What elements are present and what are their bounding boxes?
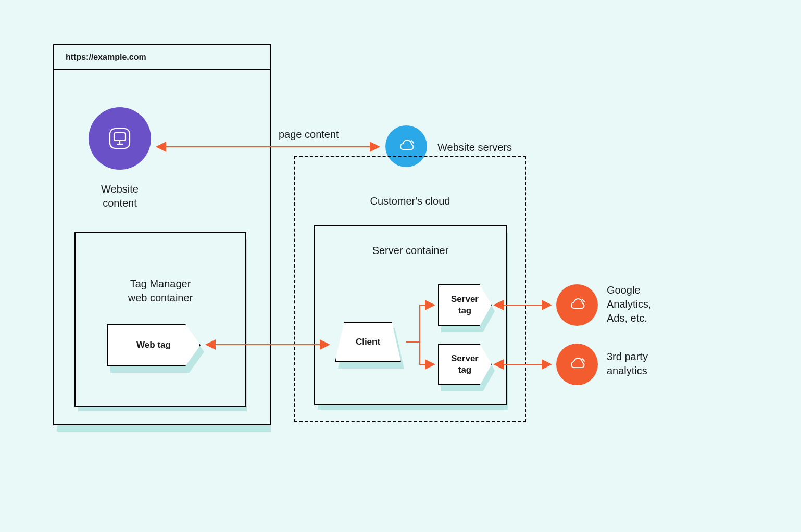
client-node: Client [335, 322, 401, 362]
client-label: Client [356, 337, 380, 347]
browser-url-bar: https://example.com [54, 45, 270, 70]
ga-label: Google Analytics, Ads, etc. [607, 283, 652, 325]
tag-manager-label: Tag Manager web container [74, 277, 246, 305]
server-container-label: Server container [314, 244, 507, 258]
ga-node [556, 284, 598, 326]
cloud-icon [567, 295, 587, 315]
website-servers-label: Website servers [437, 141, 512, 155]
tag-manager-box [74, 232, 246, 407]
web-tag-label: Web tag [136, 339, 171, 351]
svg-rect-1 [114, 133, 126, 141]
web-tag-node: Web tag [107, 324, 201, 366]
page-content-label: page content [279, 128, 339, 142]
server-tag-1-label: Server tag [451, 294, 479, 316]
third-party-node [556, 344, 598, 385]
browser-url: https://example.com [66, 53, 146, 61]
svg-rect-0 [110, 129, 130, 148]
third-party-label: 3rd party analytics [607, 350, 648, 378]
server-tag-2-label: Server tag [451, 353, 479, 376]
cloud-icon [396, 136, 417, 157]
monitor-icon [106, 124, 134, 153]
customers-cloud-label: Customer's cloud [294, 194, 526, 208]
website-content-node [89, 107, 151, 170]
website-content-label: Website content [81, 182, 159, 210]
diagram-canvas: https://example.com Website content page… [0, 0, 801, 532]
cloud-icon [567, 354, 587, 375]
